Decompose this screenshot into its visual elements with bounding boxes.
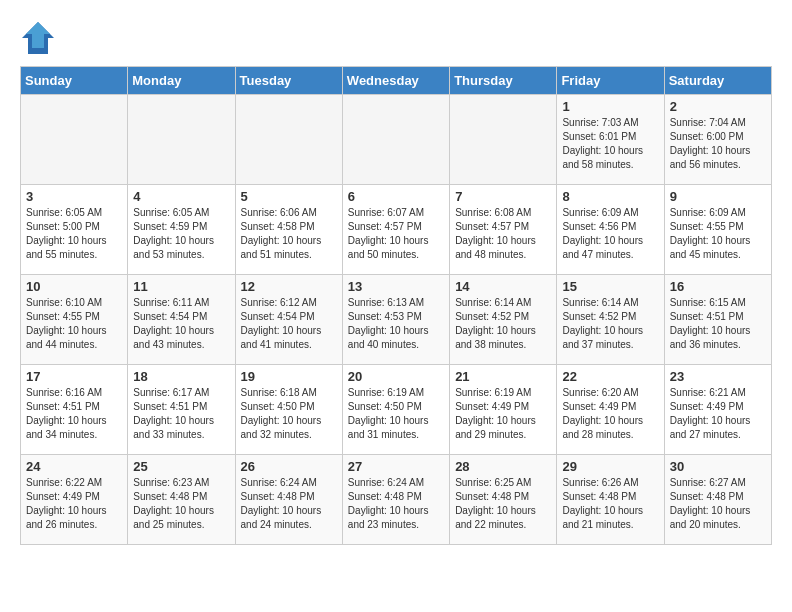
- day-info: Sunrise: 6:14 AM Sunset: 4:52 PM Dayligh…: [455, 296, 551, 352]
- day-info: Sunrise: 7:03 AM Sunset: 6:01 PM Dayligh…: [562, 116, 658, 172]
- day-number: 12: [241, 279, 337, 294]
- day-info: Sunrise: 6:24 AM Sunset: 4:48 PM Dayligh…: [241, 476, 337, 532]
- day-number: 27: [348, 459, 444, 474]
- day-number: 17: [26, 369, 122, 384]
- day-info: Sunrise: 6:09 AM Sunset: 4:56 PM Dayligh…: [562, 206, 658, 262]
- day-number: 20: [348, 369, 444, 384]
- day-info: Sunrise: 6:15 AM Sunset: 4:51 PM Dayligh…: [670, 296, 766, 352]
- day-number: 7: [455, 189, 551, 204]
- calendar-cell: 5Sunrise: 6:06 AM Sunset: 4:58 PM Daylig…: [235, 185, 342, 275]
- calendar-cell: 4Sunrise: 6:05 AM Sunset: 4:59 PM Daylig…: [128, 185, 235, 275]
- day-info: Sunrise: 6:12 AM Sunset: 4:54 PM Dayligh…: [241, 296, 337, 352]
- weekday-monday: Monday: [128, 67, 235, 95]
- calendar-cell: 25Sunrise: 6:23 AM Sunset: 4:48 PM Dayli…: [128, 455, 235, 545]
- day-number: 21: [455, 369, 551, 384]
- day-info: Sunrise: 6:24 AM Sunset: 4:48 PM Dayligh…: [348, 476, 444, 532]
- day-info: Sunrise: 6:11 AM Sunset: 4:54 PM Dayligh…: [133, 296, 229, 352]
- day-info: Sunrise: 6:22 AM Sunset: 4:49 PM Dayligh…: [26, 476, 122, 532]
- calendar-cell: 29Sunrise: 6:26 AM Sunset: 4:48 PM Dayli…: [557, 455, 664, 545]
- day-number: 10: [26, 279, 122, 294]
- calendar-cell: 22Sunrise: 6:20 AM Sunset: 4:49 PM Dayli…: [557, 365, 664, 455]
- calendar-cell: [450, 95, 557, 185]
- day-info: Sunrise: 6:18 AM Sunset: 4:50 PM Dayligh…: [241, 386, 337, 442]
- day-info: Sunrise: 6:10 AM Sunset: 4:55 PM Dayligh…: [26, 296, 122, 352]
- day-info: Sunrise: 7:04 AM Sunset: 6:00 PM Dayligh…: [670, 116, 766, 172]
- day-number: 29: [562, 459, 658, 474]
- day-info: Sunrise: 6:19 AM Sunset: 4:49 PM Dayligh…: [455, 386, 551, 442]
- calendar-cell: 6Sunrise: 6:07 AM Sunset: 4:57 PM Daylig…: [342, 185, 449, 275]
- day-info: Sunrise: 6:16 AM Sunset: 4:51 PM Dayligh…: [26, 386, 122, 442]
- day-number: 8: [562, 189, 658, 204]
- day-number: 6: [348, 189, 444, 204]
- day-number: 4: [133, 189, 229, 204]
- day-number: 30: [670, 459, 766, 474]
- day-number: 22: [562, 369, 658, 384]
- calendar-cell: 30Sunrise: 6:27 AM Sunset: 4:48 PM Dayli…: [664, 455, 771, 545]
- calendar-cell: 12Sunrise: 6:12 AM Sunset: 4:54 PM Dayli…: [235, 275, 342, 365]
- day-info: Sunrise: 6:05 AM Sunset: 4:59 PM Dayligh…: [133, 206, 229, 262]
- day-number: 23: [670, 369, 766, 384]
- day-info: Sunrise: 6:17 AM Sunset: 4:51 PM Dayligh…: [133, 386, 229, 442]
- header: [20, 20, 772, 56]
- weekday-tuesday: Tuesday: [235, 67, 342, 95]
- day-number: 15: [562, 279, 658, 294]
- weekday-saturday: Saturday: [664, 67, 771, 95]
- day-number: 3: [26, 189, 122, 204]
- calendar-cell: 27Sunrise: 6:24 AM Sunset: 4:48 PM Dayli…: [342, 455, 449, 545]
- calendar-cell: [21, 95, 128, 185]
- calendar-cell: 26Sunrise: 6:24 AM Sunset: 4:48 PM Dayli…: [235, 455, 342, 545]
- calendar-cell: 2Sunrise: 7:04 AM Sunset: 6:00 PM Daylig…: [664, 95, 771, 185]
- logo: [20, 20, 62, 56]
- day-number: 25: [133, 459, 229, 474]
- calendar-cell: 14Sunrise: 6:14 AM Sunset: 4:52 PM Dayli…: [450, 275, 557, 365]
- calendar-cell: 21Sunrise: 6:19 AM Sunset: 4:49 PM Dayli…: [450, 365, 557, 455]
- calendar-cell: [128, 95, 235, 185]
- calendar-cell: 7Sunrise: 6:08 AM Sunset: 4:57 PM Daylig…: [450, 185, 557, 275]
- day-info: Sunrise: 6:23 AM Sunset: 4:48 PM Dayligh…: [133, 476, 229, 532]
- day-number: 19: [241, 369, 337, 384]
- day-info: Sunrise: 6:26 AM Sunset: 4:48 PM Dayligh…: [562, 476, 658, 532]
- day-info: Sunrise: 6:14 AM Sunset: 4:52 PM Dayligh…: [562, 296, 658, 352]
- calendar-cell: [235, 95, 342, 185]
- weekday-thursday: Thursday: [450, 67, 557, 95]
- day-number: 18: [133, 369, 229, 384]
- day-info: Sunrise: 6:21 AM Sunset: 4:49 PM Dayligh…: [670, 386, 766, 442]
- day-number: 9: [670, 189, 766, 204]
- day-number: 14: [455, 279, 551, 294]
- day-number: 26: [241, 459, 337, 474]
- day-info: Sunrise: 6:25 AM Sunset: 4:48 PM Dayligh…: [455, 476, 551, 532]
- day-info: Sunrise: 6:06 AM Sunset: 4:58 PM Dayligh…: [241, 206, 337, 262]
- calendar-cell: 18Sunrise: 6:17 AM Sunset: 4:51 PM Dayli…: [128, 365, 235, 455]
- day-number: 13: [348, 279, 444, 294]
- day-info: Sunrise: 6:07 AM Sunset: 4:57 PM Dayligh…: [348, 206, 444, 262]
- weekday-wednesday: Wednesday: [342, 67, 449, 95]
- calendar-header: SundayMondayTuesdayWednesdayThursdayFrid…: [21, 67, 772, 95]
- calendar-cell: 28Sunrise: 6:25 AM Sunset: 4:48 PM Dayli…: [450, 455, 557, 545]
- calendar-cell: 8Sunrise: 6:09 AM Sunset: 4:56 PM Daylig…: [557, 185, 664, 275]
- weekday-sunday: Sunday: [21, 67, 128, 95]
- day-info: Sunrise: 6:20 AM Sunset: 4:49 PM Dayligh…: [562, 386, 658, 442]
- calendar-cell: 10Sunrise: 6:10 AM Sunset: 4:55 PM Dayli…: [21, 275, 128, 365]
- day-number: 2: [670, 99, 766, 114]
- calendar-cell: 19Sunrise: 6:18 AM Sunset: 4:50 PM Dayli…: [235, 365, 342, 455]
- calendar-table: SundayMondayTuesdayWednesdayThursdayFrid…: [20, 66, 772, 545]
- day-info: Sunrise: 6:09 AM Sunset: 4:55 PM Dayligh…: [670, 206, 766, 262]
- calendar-cell: 16Sunrise: 6:15 AM Sunset: 4:51 PM Dayli…: [664, 275, 771, 365]
- day-number: 28: [455, 459, 551, 474]
- weekday-friday: Friday: [557, 67, 664, 95]
- calendar-cell: 9Sunrise: 6:09 AM Sunset: 4:55 PM Daylig…: [664, 185, 771, 275]
- day-number: 5: [241, 189, 337, 204]
- calendar-cell: 11Sunrise: 6:11 AM Sunset: 4:54 PM Dayli…: [128, 275, 235, 365]
- day-number: 16: [670, 279, 766, 294]
- calendar-cell: 23Sunrise: 6:21 AM Sunset: 4:49 PM Dayli…: [664, 365, 771, 455]
- day-info: Sunrise: 6:27 AM Sunset: 4:48 PM Dayligh…: [670, 476, 766, 532]
- calendar-cell: 3Sunrise: 6:05 AM Sunset: 5:00 PM Daylig…: [21, 185, 128, 275]
- calendar-cell: 17Sunrise: 6:16 AM Sunset: 4:51 PM Dayli…: [21, 365, 128, 455]
- calendar-cell: [342, 95, 449, 185]
- calendar-cell: 24Sunrise: 6:22 AM Sunset: 4:49 PM Dayli…: [21, 455, 128, 545]
- day-info: Sunrise: 6:05 AM Sunset: 5:00 PM Dayligh…: [26, 206, 122, 262]
- calendar-cell: 1Sunrise: 7:03 AM Sunset: 6:01 PM Daylig…: [557, 95, 664, 185]
- day-number: 11: [133, 279, 229, 294]
- calendar-cell: 20Sunrise: 6:19 AM Sunset: 4:50 PM Dayli…: [342, 365, 449, 455]
- day-info: Sunrise: 6:19 AM Sunset: 4:50 PM Dayligh…: [348, 386, 444, 442]
